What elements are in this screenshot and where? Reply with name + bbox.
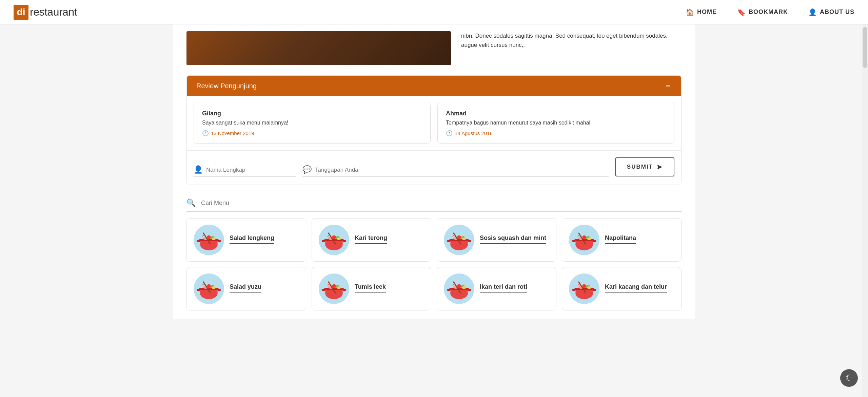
review-title: Review Pengunjung [196,82,257,90]
svg-point-78 [587,286,591,289]
menu-card[interactable]: Tumis leek [312,267,431,310]
reviewer-date-1: 🕐 13 November 2019 [202,130,422,136]
nav-bookmark[interactable]: 🔖 BOOKMARK [737,8,788,16]
menu-card[interactable]: Salad yuzu [186,267,306,310]
review-section: Review Pengunjung − Gilang Saya sangat s… [186,75,682,185]
clock-icon-1: 🕐 [202,130,209,136]
scrollbar-thumb[interactable] [863,27,867,68]
menu-icon-container [444,225,474,255]
menu-name: Sosis squash dan mint [480,234,546,244]
person-form-icon: 👤 [194,165,203,174]
svg-rect-24 [468,240,471,242]
svg-rect-14 [343,240,346,242]
menu-info: Kari kacang dan telur [605,283,674,295]
search-icon: 🔍 [186,198,196,207]
nav-links: 🏠 HOME 🔖 BOOKMARK 👤 ABOUT US [686,8,854,16]
svg-point-37 [582,235,586,239]
menu-icon-container [319,225,349,255]
menu-card[interactable]: Ikan teri dan roti [437,267,556,310]
menu-info: Tumis leek [355,283,424,295]
menu-name: Napolitana [605,234,636,244]
menu-card[interactable]: Sosis squash dan mint [437,218,556,262]
svg-point-8 [212,238,216,240]
reviewer-date-text-2: 14 Agustus 2018 [455,130,493,136]
name-field-container: 👤 [194,165,296,176]
search-section: 🔍 [186,192,682,211]
scrollbar[interactable] [862,0,868,319]
menu-info: Salad yuzu [230,283,299,295]
svg-point-18 [337,238,341,240]
menu-name: Tumis leek [355,283,386,292]
bookmark-icon: 🔖 [737,8,746,16]
reviewer-name-1: Gilang [202,110,422,117]
review-card-1: Gilang Saya sangat suka menu malamnya! 🕐… [194,103,431,144]
svg-point-57 [332,284,336,288]
menu-info: Kari terong [355,234,424,246]
logo-text: restaurant [30,6,77,18]
svg-rect-53 [322,289,326,291]
nav-about-label: ABOUT US [820,8,854,16]
person-icon: 👤 [808,8,817,16]
svg-rect-64 [468,289,471,291]
svg-rect-13 [322,240,326,242]
food-icon [571,226,598,253]
svg-rect-74 [593,289,596,291]
menu-icon-container [569,273,599,304]
food-icon [320,226,348,253]
review-form: 👤 💬 SUBMIT ➤ [187,150,681,185]
reviewer-name-2: Ahmad [446,110,666,117]
food-icon [195,226,222,253]
svg-rect-54 [343,289,346,291]
nav-about[interactable]: 👤 ABOUT US [808,8,854,16]
svg-rect-23 [447,240,451,242]
menu-name: Salad yuzu [230,283,261,292]
reviewer-date-2: 🕐 14 Agustus 2018 [446,130,666,136]
svg-rect-43 [197,289,200,291]
home-icon: 🏠 [686,8,694,16]
menu-info: Salad lengkeng [230,234,299,246]
review-card-2: Ahmad Tempatnya bagus namun menurut saya… [437,103,674,144]
svg-point-28 [462,238,466,240]
logo-letter: di [17,7,25,18]
menu-card[interactable]: Kari kacang dan telur [562,267,682,310]
svg-point-7 [207,235,211,239]
nav-home[interactable]: 🏠 HOME [686,8,717,16]
svg-point-77 [582,284,586,288]
menu-icon-container [569,225,599,255]
svg-point-48 [212,286,216,289]
svg-rect-73 [572,289,576,291]
response-input[interactable] [315,165,609,175]
menu-name: Kari terong [355,234,387,244]
main-content: nibn. Donec sodales sagittis magna. Sed … [173,24,695,319]
menu-grid: Salad lengkeng [186,218,682,319]
svg-rect-63 [447,289,451,291]
search-input[interactable] [201,200,682,207]
nav-bookmark-label: BOOKMARK [749,8,788,16]
svg-rect-4 [218,240,221,242]
name-input[interactable] [206,165,296,175]
menu-card[interactable]: Napolitana [562,218,682,262]
review-minimize-button[interactable]: − [664,82,672,90]
submit-arrow-icon: ➤ [656,163,663,171]
svg-point-27 [457,235,461,239]
intro-text: nibn. Donec sodales sagittis magna. Sed … [451,31,682,50]
menu-name: Salad lengkeng [230,234,274,244]
reviewer-date-text-1: 13 November 2019 [211,130,254,136]
logo-icon: di [14,5,28,20]
svg-rect-33 [572,240,576,242]
submit-button[interactable]: SUBMIT ➤ [615,157,674,176]
food-icon [571,275,598,302]
menu-card[interactable]: Kari terong [312,218,431,262]
menu-icon-container [444,273,474,304]
menu-icon-container [319,273,349,304]
menu-icon-container [194,225,224,255]
review-cards: Gilang Saya sangat suka menu malamnya! 🕐… [187,96,681,150]
reviewer-text-2: Tempatnya bagus namun menurut saya masih… [446,120,666,126]
menu-card[interactable]: Salad lengkeng [186,218,306,262]
svg-point-68 [462,286,466,289]
svg-point-17 [332,235,336,239]
menu-icon-container [194,273,224,304]
svg-point-67 [457,284,461,288]
hero-image [186,31,451,65]
menu-info: Napolitana [605,234,674,246]
